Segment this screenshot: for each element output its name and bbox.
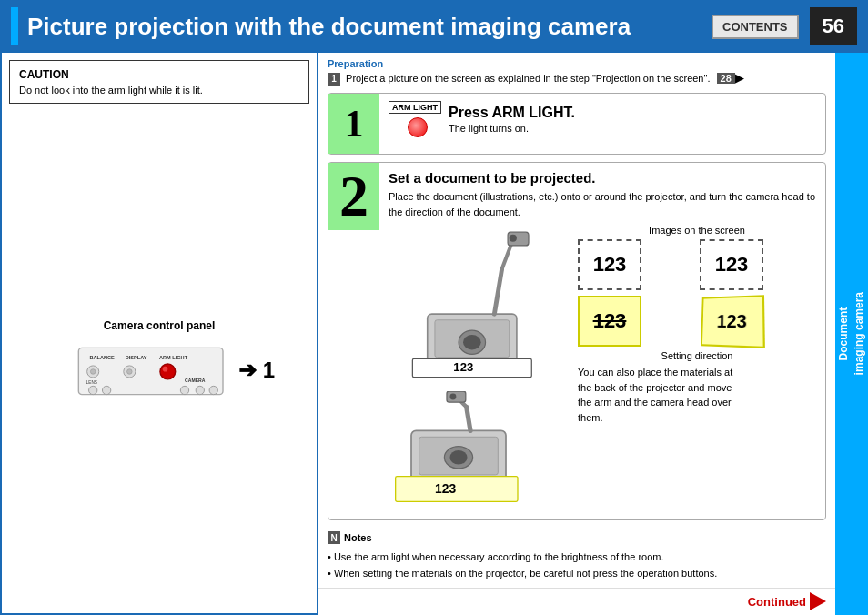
step2-images: 123 bbox=[389, 225, 816, 512]
screen-text-3: 123 bbox=[593, 309, 627, 333]
preparation-area: Preparation 1 Project a picture on the s… bbox=[318, 53, 835, 89]
svg-point-8 bbox=[160, 364, 176, 379]
svg-point-30 bbox=[449, 450, 467, 465]
page-ref-number: 28 bbox=[717, 73, 735, 84]
notes-area: N Notes • Use the arm light when necessa… bbox=[318, 524, 835, 588]
blue-accent-bar bbox=[11, 7, 18, 45]
svg-text:123: 123 bbox=[435, 481, 456, 496]
screen-box-1: 123 bbox=[578, 239, 641, 290]
svg-point-24 bbox=[510, 235, 517, 242]
setting-direction-label: Setting direction bbox=[578, 350, 816, 361]
page-title: Picture projection with the document ima… bbox=[27, 13, 712, 41]
footer: Continued bbox=[318, 588, 835, 614]
step1-box: 1 ARM LIGHT Press ARM LIGHT. The light t… bbox=[328, 93, 826, 155]
camera-control-panel-svg: BALANCE DISPLAY ARM LIGHT CAMERA LENS bbox=[73, 339, 246, 403]
projector-illustrations: 123 bbox=[389, 225, 570, 512]
screen-text-1: 123 bbox=[593, 253, 627, 277]
side-tab: Documentimaging camera bbox=[835, 53, 868, 615]
screen-grid: 123 123 123 123 bbox=[578, 239, 816, 347]
step2-text: Place the document (illustrations, etc.)… bbox=[389, 189, 816, 219]
screen-text-2: 123 bbox=[715, 253, 749, 277]
right-wrapper: Preparation 1 Project a picture on the s… bbox=[318, 53, 868, 615]
screen-images-area: Images on the screen 123 123 123 bbox=[578, 225, 816, 512]
step1-text-area: Press ARM LIGHT. The light turns on. bbox=[449, 105, 575, 134]
svg-point-12 bbox=[89, 386, 97, 394]
svg-text:LENS: LENS bbox=[86, 379, 97, 384]
svg-point-7 bbox=[127, 368, 133, 374]
step1-header: ARM LIGHT Press ARM LIGHT. The light tur… bbox=[389, 101, 816, 137]
screen-box-2: 123 bbox=[700, 239, 763, 290]
continued-text: Continued bbox=[748, 595, 806, 609]
caution-title: CAUTION bbox=[19, 68, 299, 81]
svg-point-13 bbox=[102, 386, 110, 394]
step2-extra-text: You can also place the materials at the … bbox=[578, 365, 742, 425]
svg-point-5 bbox=[90, 368, 96, 374]
main-content: CAUTION Do not look into the arm light w… bbox=[0, 53, 868, 615]
side-tab-text: Documentimaging camera bbox=[836, 292, 867, 375]
note-item-1: • Use the arm light when necessary accor… bbox=[328, 549, 826, 566]
notes-label: Notes bbox=[344, 529, 372, 547]
step2-box: 2 Set a document to be projected. Place … bbox=[328, 162, 826, 520]
step2-content: Set a document to be projected. Place th… bbox=[379, 163, 825, 519]
arm-light-button-icon bbox=[408, 117, 428, 137]
screen-box-4: 123 bbox=[701, 295, 765, 348]
svg-rect-35 bbox=[396, 477, 518, 502]
page-number: 56 bbox=[810, 7, 857, 45]
caution-text: Do not look into the arm light while it … bbox=[19, 85, 299, 96]
contents-button[interactable]: CONTENTS bbox=[712, 15, 799, 39]
svg-text:123: 123 bbox=[453, 360, 473, 374]
left-panel: CAUTION Do not look into the arm light w… bbox=[0, 53, 318, 615]
note-item-2: • When setting the materials on the proj… bbox=[328, 565, 826, 582]
step2-title: Set a document to be projected. bbox=[389, 170, 816, 186]
svg-point-20 bbox=[463, 335, 481, 349]
step1-title: Press ARM LIGHT. bbox=[449, 105, 575, 121]
svg-line-31 bbox=[467, 407, 470, 430]
preparation-label: Preparation bbox=[328, 58, 826, 69]
svg-text:CAMERA: CAMERA bbox=[185, 377, 206, 382]
projector-top-svg: 123 bbox=[389, 225, 570, 388]
step1-content: ARM LIGHT Press ARM LIGHT. The light tur… bbox=[379, 94, 825, 154]
svg-line-21 bbox=[494, 269, 501, 314]
projector-bottom-svg: 123 bbox=[389, 391, 552, 509]
notes-icon: N bbox=[328, 531, 340, 544]
svg-text:BALANCE: BALANCE bbox=[89, 355, 115, 360]
step2-number: 2 bbox=[328, 163, 379, 230]
svg-point-14 bbox=[180, 386, 188, 394]
svg-text:DISPLAY: DISPLAY bbox=[126, 355, 147, 360]
page-header: Picture projection with the document ima… bbox=[0, 0, 868, 53]
right-content: Preparation 1 Project a picture on the s… bbox=[318, 53, 835, 615]
svg-point-15 bbox=[196, 386, 204, 394]
camera-panel-area: Camera control panel BALANCE DISPLAY ARM… bbox=[2, 111, 317, 613]
continued-arrow-icon bbox=[810, 592, 826, 610]
prep-text-content: Project a picture on the screen as expla… bbox=[346, 73, 710, 84]
svg-point-9 bbox=[163, 366, 168, 371]
svg-text:ARM LIGHT: ARM LIGHT bbox=[159, 355, 188, 360]
svg-point-34 bbox=[449, 394, 456, 400]
arm-light-label: ARM LIGHT bbox=[389, 101, 441, 114]
screen-box-3: 123 bbox=[578, 296, 641, 347]
preparation-text: 1 Project a picture on the screen as exp… bbox=[328, 72, 826, 86]
screen-images-label: Images on the screen bbox=[578, 225, 816, 236]
prep-step-number: 1 bbox=[328, 73, 340, 86]
step1-panel-arrow: ➔ 1 bbox=[238, 358, 275, 383]
step1-subtitle: The light turns on. bbox=[449, 123, 575, 134]
page-ref-arrow: ▶ bbox=[735, 72, 743, 85]
notes-title: N Notes bbox=[328, 529, 826, 547]
screen-text-4: 123 bbox=[717, 310, 747, 331]
svg-point-16 bbox=[209, 386, 217, 394]
camera-panel-label: Camera control panel bbox=[104, 319, 216, 332]
caution-box: CAUTION Do not look into the arm light w… bbox=[9, 60, 309, 104]
page-ref: 28 ▶ bbox=[717, 72, 743, 85]
step1-number: 1 bbox=[328, 94, 379, 154]
